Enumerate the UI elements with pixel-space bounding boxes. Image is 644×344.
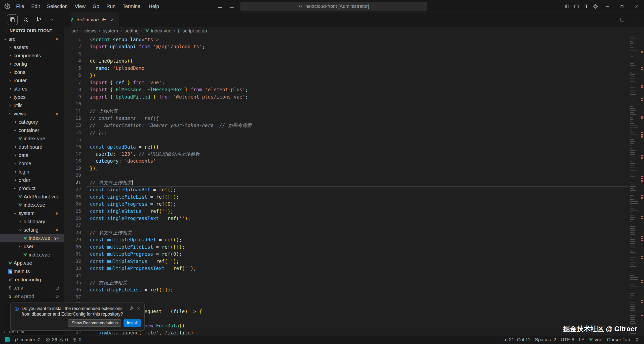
line-number-23[interactable]: 23: [64, 193, 85, 200]
code-line-2[interactable]: import uploadApi from '@/api/upload.ts';: [90, 43, 627, 50]
line-number-1[interactable]: 1: [64, 36, 85, 43]
forward-button[interactable]: →: [229, 3, 235, 10]
code-line-5[interactable]: name: 'UploadDemo': [90, 65, 627, 72]
line-number-34[interactable]: 34: [64, 272, 85, 279]
tree-folder-dashboard[interactable]: dashboard: [0, 143, 64, 151]
encoding-status[interactable]: UTF-8: [558, 335, 577, 344]
explorer-section-header[interactable]: NEXTCLOUD-FRONT: [0, 27, 64, 35]
menu-item-run[interactable]: Run: [103, 2, 119, 11]
line-number-25[interactable]: 25: [64, 208, 85, 215]
line-number-21[interactable]: 21: [64, 179, 85, 186]
tree-file-index.vue[interactable]: index.vue: [0, 201, 64, 209]
line-number-15[interactable]: 15: [64, 136, 85, 143]
minimap[interactable]: [630, 35, 639, 335]
line-number-28[interactable]: 28: [64, 229, 85, 236]
code-line-16[interactable]: const uploadData = ref({: [90, 143, 627, 150]
menu-item-go[interactable]: Go: [89, 2, 103, 11]
tree-folder-setting[interactable]: setting: [0, 226, 64, 234]
code-line-17[interactable]: userId: '123', // 可以添加额外的上传参数: [90, 150, 627, 157]
tree-file-.env[interactable]: $.env: [0, 284, 64, 292]
code-line-34[interactable]: [90, 272, 627, 279]
split-editor-button[interactable]: [618, 16, 626, 23]
line-number-29[interactable]: 29: [64, 236, 85, 243]
code-line-12[interactable]: // const headers = ref({: [90, 115, 627, 122]
code-line-28[interactable]: // 多文件上传相关: [90, 229, 627, 236]
menu-item-view[interactable]: View: [71, 2, 89, 11]
line-number-20[interactable]: 20: [64, 172, 85, 179]
activity-source-control-button[interactable]: [34, 15, 44, 25]
line-number-19[interactable]: 19: [64, 165, 85, 172]
tree-folder-router[interactable]: router: [0, 76, 64, 85]
code-line-25[interactable]: const singleStatus = ref('');: [90, 208, 627, 215]
code-line-39[interactable]: const customUploadRequest = (file) => {: [90, 308, 627, 315]
code-line-22[interactable]: const singleUploadRef = ref();: [90, 186, 627, 193]
menu-item-edit[interactable]: Edit: [28, 2, 43, 11]
line-number-24[interactable]: 24: [64, 200, 85, 207]
menu-item-help[interactable]: Help: [145, 2, 163, 11]
code-line-9[interactable]: import { UploadFilled } from '@element-p…: [90, 93, 627, 100]
line-number-7[interactable]: 7: [64, 79, 85, 86]
window-minimize-button[interactable]: [600, 0, 615, 13]
code-line-21[interactable]: // 单文件上传相关: [90, 179, 627, 186]
line-number-35[interactable]: 35: [64, 279, 85, 286]
tree-folder-src[interactable]: src: [0, 35, 64, 43]
tree-file-.editorconfig[interactable]: .editorconfig: [0, 276, 64, 284]
tree-folder-stores[interactable]: stores: [0, 85, 64, 93]
code-line-19[interactable]: });: [90, 165, 627, 172]
line-number-6[interactable]: 6: [64, 72, 85, 79]
line-number-3[interactable]: 3: [64, 50, 85, 57]
code-editor[interactable]: 1234567891011121314151617181920212223242…: [64, 35, 644, 335]
tree-folder-home[interactable]: home: [0, 159, 64, 168]
activity-explorer-button[interactable]: [7, 14, 18, 25]
code-line-40[interactable]: console.log(file): [90, 315, 627, 322]
tab-close-button[interactable]: [109, 16, 116, 23]
tree-file-.env.prod[interactable]: $.env.prod: [0, 292, 64, 300]
code-line-13[interactable]: // Authorization: 'Bearer your-token-her…: [90, 122, 627, 129]
tree-folder-views[interactable]: views: [0, 110, 64, 118]
tree-folder-system[interactable]: system: [0, 209, 64, 218]
command-center-search[interactable]: nextcloud-front [Administrator]: [240, 2, 427, 11]
remote-indicator[interactable]: [3, 335, 12, 344]
install-button[interactable]: Install: [124, 319, 141, 327]
tree-folder-product[interactable]: product: [0, 184, 64, 193]
notifications-bell[interactable]: [632, 335, 641, 344]
tree-folder-data[interactable]: data: [0, 151, 64, 159]
code-line-32[interactable]: const multipleStatus = ref('');: [90, 258, 627, 265]
code-line-33[interactable]: const multipleProgressText = ref('');: [90, 265, 627, 272]
code-line-24[interactable]: const singleProgress = ref(0);: [90, 200, 627, 207]
code-line-10[interactable]: [90, 100, 627, 107]
line-number-32[interactable]: 32: [64, 258, 85, 265]
line-number-13[interactable]: 13: [64, 122, 85, 129]
toggle-sidebar-button[interactable]: [562, 2, 571, 11]
tree-file-index.vue[interactable]: index.vue: [0, 135, 64, 143]
tree-file-index.vue[interactable]: index.vue9+: [0, 234, 64, 242]
tree-folder-user[interactable]: user: [0, 242, 64, 251]
more-actions-button[interactable]: ···: [630, 16, 638, 23]
line-number-16[interactable]: 16: [64, 143, 85, 150]
tree-file-index.vue[interactable]: index.vue: [0, 251, 64, 259]
breadcrumb-item-system[interactable]: system: [103, 28, 118, 34]
code-line-14[interactable]: // });: [90, 129, 627, 136]
tree-folder-components[interactable]: components: [0, 52, 64, 60]
tree-folder-dictionary[interactable]: dictionary: [0, 218, 64, 226]
line-number-26[interactable]: 26: [64, 215, 85, 222]
tree-file-main.ts[interactable]: TSmain.ts: [0, 267, 64, 276]
ports-status[interactable]: 0: [70, 335, 84, 344]
code-line-42[interactable]: formData.append('file', file.file): [90, 329, 627, 335]
tree-folder-config[interactable]: config: [0, 60, 64, 68]
code-line-6[interactable]: }): [90, 72, 627, 79]
code-line-20[interactable]: [90, 172, 627, 179]
cursor-tab-status[interactable]: Cursor Tab: [605, 335, 632, 344]
code-line-36[interactable]: const dragFileList = ref([]);: [90, 286, 627, 293]
line-number-11[interactable]: 11: [64, 107, 85, 114]
line-number-22[interactable]: 22: [64, 186, 85, 193]
tree-folder-assets[interactable]: assets: [0, 43, 64, 52]
code-line-27[interactable]: [90, 222, 627, 229]
line-number-9[interactable]: 9: [64, 93, 85, 100]
line-number-18[interactable]: 18: [64, 157, 85, 164]
line-number-12[interactable]: 12: [64, 115, 85, 122]
menu-item-terminal[interactable]: Terminal: [119, 2, 145, 11]
code-line-41[interactable]: const formData = new FormData(): [90, 322, 627, 329]
line-number-30[interactable]: 30: [64, 243, 85, 250]
code-line-38[interactable]: [90, 300, 627, 308]
